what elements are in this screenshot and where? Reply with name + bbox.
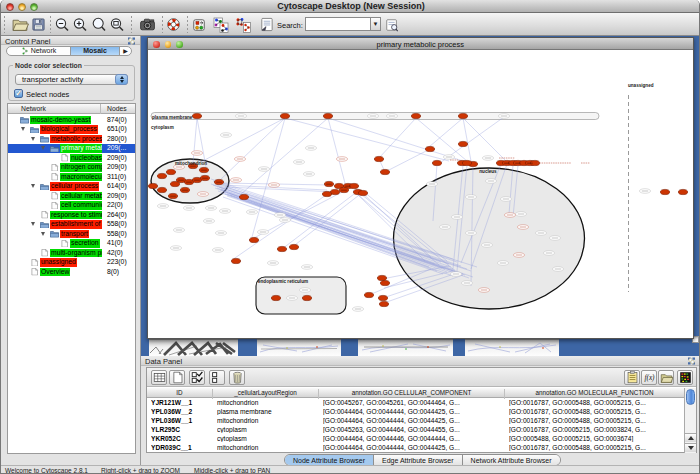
delete-attribute-button[interactable]: [229, 370, 245, 385]
tab-network-attribute-browser[interactable]: Network Attribute Browser: [463, 455, 560, 465]
data-panel-float-icon[interactable]: [687, 357, 696, 365]
help-button[interactable]: [162, 15, 184, 34]
network-canvas[interactable]: plasma membranecytoplasmmitochondrionnuc…: [148, 50, 693, 338]
tree-row[interactable]: cellular process614(0): [8, 182, 135, 192]
table-row[interactable]: YPL036W__2plasma membrane[GO:0044464, GO…: [147, 407, 685, 416]
network-node[interactable]: [462, 160, 471, 165]
network-node[interactable]: [425, 146, 434, 151]
network-node[interactable]: [322, 191, 331, 196]
network-node[interactable]: [458, 113, 467, 118]
tab-network[interactable]: Network: [7, 47, 71, 55]
disclosure-triangle-icon[interactable]: [31, 222, 35, 226]
tree-row[interactable]: cellular metabolic proc209(0): [8, 191, 135, 201]
network-edge[interactable]: [328, 118, 346, 187]
network-edge[interactable]: [219, 118, 285, 181]
node-color-combo[interactable]: transporter activity: [15, 74, 128, 85]
table-row[interactable]: YKR052Ccytoplasm[GO:0044464, GO:0044446,…: [147, 435, 685, 444]
network-from-selection-button[interactable]: [232, 15, 254, 34]
select-nodes-checkbox[interactable]: ✓: [14, 89, 23, 98]
tab-overflow-button[interactable]: ▶: [120, 47, 131, 55]
search-dropdown-button[interactable]: ▼: [370, 17, 381, 31]
network-node[interactable]: [280, 113, 289, 118]
tree-row[interactable]: macromolecule metab311(0): [8, 172, 135, 182]
attribute-table-button[interactable]: [151, 370, 167, 385]
background-window-1[interactable]: [149, 339, 238, 356]
tree-column-network[interactable]: Network: [21, 105, 46, 112]
network-edge[interactable]: [463, 118, 506, 161]
tab-edge-attribute-browser[interactable]: Edge Attribute Browser: [374, 455, 463, 465]
network-node[interactable]: [148, 183, 157, 188]
import-table-button[interactable]: [255, 15, 277, 34]
network-edge[interactable]: [193, 118, 197, 163]
network-node[interactable]: [166, 169, 175, 174]
tree-row[interactable]: primary metabolic process209(...: [8, 144, 135, 154]
network-node[interactable]: [271, 295, 280, 300]
search-input[interactable]: [305, 17, 371, 31]
network-node[interactable]: [379, 301, 388, 306]
network-node[interactable]: [678, 189, 687, 194]
new-network-button[interactable]: [210, 15, 232, 34]
network-node[interactable]: [364, 292, 373, 297]
save-session-button[interactable]: [27, 15, 49, 34]
tree-row[interactable]: unassigned223(0): [8, 258, 135, 268]
tree-row[interactable]: nucleobase-containing209(0): [8, 153, 135, 163]
network-view-titlebar[interactable]: primary metabolic process: [148, 38, 693, 50]
new-attribute-button[interactable]: [169, 370, 185, 385]
network-node[interactable]: [157, 187, 166, 192]
network-edge[interactable]: [379, 118, 416, 158]
network-edge[interactable]: [328, 118, 463, 161]
function-builder-button[interactable]: [641, 370, 657, 385]
float-panel-icon[interactable]: [127, 37, 136, 45]
disclosure-triangle-icon[interactable]: [41, 232, 45, 236]
table-row[interactable]: YLR295Ccytoplasm[GO:0045263, GO:0044464,…: [147, 426, 685, 435]
tree-row[interactable]: establishment of locali558(0): [8, 220, 135, 230]
disclosure-triangle-icon[interactable]: [41, 146, 45, 150]
unselect-attributes-button[interactable]: [209, 370, 225, 385]
background-window-2[interactable]: [257, 339, 341, 356]
tree-row[interactable]: secretion41(0): [8, 239, 135, 249]
tree-row[interactable]: transport558(0): [8, 229, 135, 239]
network-node[interactable]: [380, 169, 389, 174]
network-node[interactable]: [660, 189, 669, 194]
network-node[interactable]: [358, 190, 367, 195]
tree-row[interactable]: multi-organism proces42(0): [8, 248, 135, 258]
window-titlebar[interactable]: Cytoscape Desktop (New Session): [1, 0, 700, 13]
network-edge[interactable]: [241, 118, 328, 194]
tree-row[interactable]: biological_process651(0): [8, 125, 135, 135]
network-node[interactable]: [411, 113, 420, 118]
network-node[interactable]: [289, 244, 298, 249]
tab-node-attribute-browser[interactable]: Node Attribute Browser: [285, 455, 374, 465]
tree-row[interactable]: cell communication22(0): [8, 201, 135, 211]
network-node[interactable]: [192, 113, 201, 118]
scroll-down-button[interactable]: [685, 443, 696, 452]
network-node[interactable]: [374, 156, 383, 161]
zoom-fit-button[interactable]: [106, 15, 128, 34]
table-row[interactable]: YDR039C__1mitochondrion[GO:0044464, GO:0…: [147, 444, 685, 453]
tree-row[interactable]: nitrogen compound me209(0): [8, 163, 135, 173]
network-node[interactable]: [249, 237, 258, 242]
network-node[interactable]: [157, 173, 166, 178]
network-edge[interactable]: [385, 149, 430, 172]
vizmapper-button[interactable]: [188, 15, 210, 34]
table-row[interactable]: YPL036W__1mitochondrion[GO:0044464, GO:0…: [147, 416, 685, 425]
network-node[interactable]: [323, 113, 332, 118]
network-node[interactable]: [170, 181, 179, 186]
table-scrollbar[interactable]: [684, 388, 696, 453]
tree-row[interactable]: response to stimulus264(0): [8, 210, 135, 220]
disclosure-triangle-icon[interactable]: [21, 127, 25, 131]
scroll-up-button[interactable]: [685, 433, 696, 442]
tree-row[interactable]: metabolic process280(0): [8, 134, 135, 144]
network-node[interactable]: [377, 275, 386, 280]
tree-column-nodes[interactable]: Nodes: [107, 105, 127, 112]
tab-mosaic[interactable]: Mosaic: [71, 47, 120, 55]
disclosure-triangle-icon[interactable]: [31, 137, 35, 141]
scrollbar-thumb[interactable]: [686, 389, 695, 405]
heatmap-button[interactable]: [677, 370, 693, 385]
network-node[interactable]: [239, 194, 248, 199]
network-edge[interactable]: [429, 118, 463, 147]
network-node[interactable]: [432, 160, 441, 165]
network-node[interactable]: [380, 280, 389, 285]
import-attributes-button[interactable]: [658, 370, 674, 385]
camera-snapshot-button[interactable]: [136, 15, 158, 34]
network-node[interactable]: [277, 246, 286, 251]
